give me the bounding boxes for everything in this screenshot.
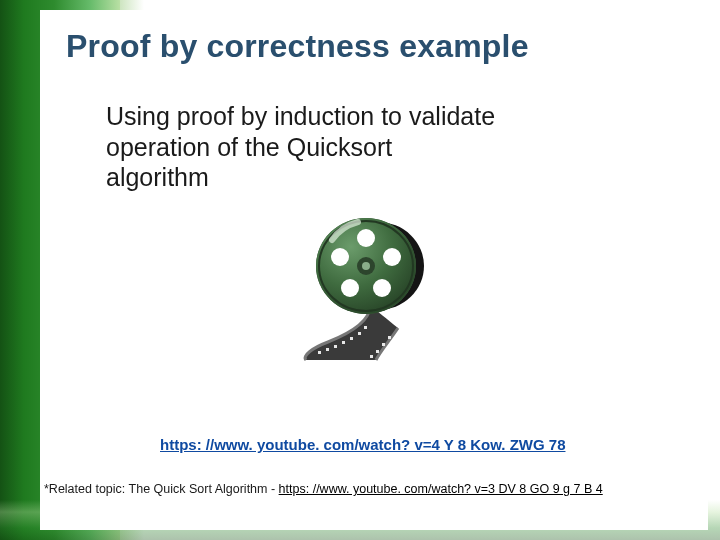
related-topic-label: *Related topic: The Quick Sort Algorithm…: [44, 482, 279, 496]
svg-point-16: [383, 248, 401, 266]
svg-rect-5: [358, 332, 361, 335]
svg-rect-3: [342, 341, 345, 344]
related-topic: *Related topic: The Quick Sort Algorithm…: [44, 482, 603, 496]
film-reel-icon: [258, 210, 458, 370]
svg-rect-4: [350, 337, 353, 340]
svg-rect-0: [318, 351, 321, 354]
svg-point-17: [373, 279, 391, 297]
svg-rect-7: [370, 355, 373, 358]
svg-point-19: [331, 248, 349, 266]
slide-subtitle: Using proof by induction to validate ope…: [0, 65, 560, 193]
svg-point-15: [357, 229, 375, 247]
slide: Proof by correctness example Using proof…: [0, 0, 720, 540]
slide-title: Proof by correctness example: [0, 0, 720, 65]
related-topic-link[interactable]: https: //www. youtube. com/watch? v=3 DV…: [279, 482, 603, 496]
svg-point-21: [362, 262, 370, 270]
slide-content: Proof by correctness example Using proof…: [0, 0, 720, 540]
main-video-link[interactable]: https: //www. youtube. com/watch? v=4 Y …: [160, 436, 565, 453]
svg-rect-2: [334, 345, 337, 348]
svg-rect-6: [364, 326, 367, 329]
svg-rect-9: [382, 343, 385, 346]
svg-point-18: [341, 279, 359, 297]
svg-rect-1: [326, 348, 329, 351]
svg-rect-8: [376, 350, 379, 353]
svg-rect-10: [388, 336, 391, 339]
